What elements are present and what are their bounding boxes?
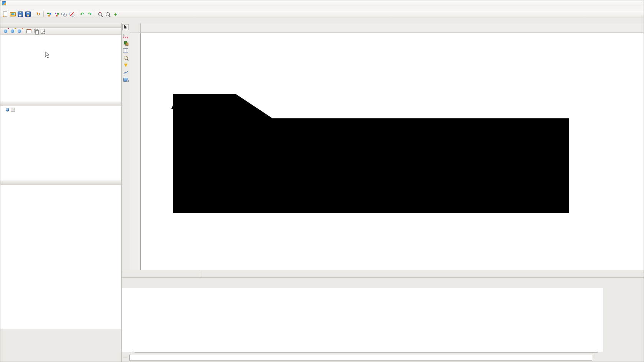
- menu-bar: [0, 6, 644, 11]
- preview-phase-icon[interactable]: [39, 28, 46, 34]
- select-tool-icon[interactable]: [122, 24, 129, 30]
- embankment: [173, 94, 273, 118]
- add-phase-icon[interactable]: ▸+: [2, 28, 9, 34]
- delete-phase-icon[interactable]: ▸×: [16, 28, 23, 34]
- selection-explorer-header: [0, 102, 121, 106]
- phases-list: [0, 35, 121, 102]
- open-project-icon[interactable]: [9, 11, 16, 18]
- expand-icon[interactable]: +: [112, 11, 119, 18]
- title-bar: [0, 0, 644, 6]
- plaxis-window: ↻ ↶ ↷ + + ▸+ ▸+ ▸×: [0, 0, 644, 362]
- mouse-cursor: [45, 51, 50, 59]
- save-as-icon[interactable]: [25, 11, 31, 18]
- link-icon[interactable]: [61, 11, 67, 18]
- canvas-toolbar: [122, 23, 130, 270]
- maximize-button[interactable]: [620, 0, 631, 5]
- unlink-icon[interactable]: [68, 11, 75, 18]
- copy-phase-icon[interactable]: [32, 28, 39, 34]
- save-project-icon[interactable]: [17, 11, 24, 18]
- table-icon[interactable]: [122, 47, 129, 53]
- eye-icon[interactable]: [6, 108, 9, 111]
- recalculate-icon[interactable]: ↻: [35, 11, 42, 18]
- close-button[interactable]: [631, 0, 643, 5]
- phases-explorer-header: [0, 23, 121, 28]
- vertical-ruler: [130, 33, 141, 270]
- command-row: [122, 353, 644, 362]
- command-label: [123, 357, 128, 358]
- model-explorer-header: [0, 180, 121, 185]
- zoom-rectangle-icon[interactable]: [122, 33, 129, 39]
- mode-tabs: [0, 18, 644, 24]
- zoom-in-icon[interactable]: +: [97, 11, 104, 18]
- status-bar: [122, 270, 644, 277]
- insert-phase-icon[interactable]: ▸+: [9, 28, 16, 34]
- update-mesh-icon[interactable]: [53, 11, 60, 18]
- redo-icon[interactable]: ↷: [86, 11, 93, 18]
- main-toolbar: ↻ ↶ ↷ + +: [0, 11, 644, 18]
- phases-toolbar: ▸+ ▸+ ▸×: [0, 28, 121, 35]
- clay-layer: [173, 118, 569, 141]
- left-panel: ▸+ ▸+ ▸×: [0, 23, 122, 362]
- new-project-icon[interactable]: [2, 11, 8, 18]
- session-log: [122, 288, 603, 352]
- find-object-icon[interactable]: [122, 55, 129, 61]
- materials-icon[interactable]: [122, 40, 129, 46]
- horizontal-ruler: [141, 23, 644, 33]
- preview-icon[interactable]: [122, 77, 129, 83]
- model-explorer-tree: [0, 185, 121, 329]
- app-icon: [2, 1, 6, 5]
- edit-phase-icon[interactable]: [25, 28, 32, 34]
- undo-icon[interactable]: ↶: [79, 11, 85, 18]
- filter-icon[interactable]: [122, 62, 129, 68]
- minimize-button[interactable]: [608, 0, 620, 5]
- command-line-panel: [122, 277, 644, 362]
- log-separator: [135, 352, 598, 352]
- sand-layer: [173, 141, 569, 213]
- ruler-corner: [130, 23, 141, 33]
- curves-icon[interactable]: [122, 69, 129, 75]
- generate-mesh-icon[interactable]: [45, 11, 52, 18]
- zoom-out-icon[interactable]: [104, 11, 111, 18]
- drawing-area[interactable]: [141, 33, 644, 270]
- selection-explorer-content: [0, 106, 121, 180]
- command-input[interactable]: [129, 355, 592, 360]
- checkbox-icon[interactable]: [11, 108, 15, 112]
